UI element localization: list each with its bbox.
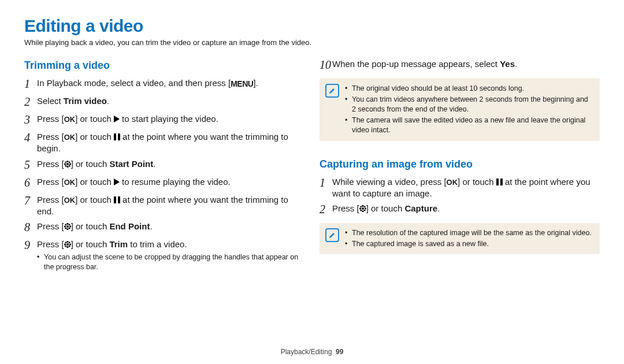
note-item: You can trim videos anywhere between 2 s… xyxy=(345,95,594,115)
step-text: While viewing a video, press [ xyxy=(332,177,447,187)
step-text: In Playback mode, select a video, and th… xyxy=(37,78,231,88)
step: While viewing a video, press [OK] or tou… xyxy=(320,176,600,200)
footer-page-number: 99 xyxy=(336,348,343,356)
capturing-steps: While viewing a video, press [OK] or tou… xyxy=(320,176,600,218)
trimming-heading: Trimming a video xyxy=(24,60,304,72)
page-title: Editing a video xyxy=(24,16,600,36)
ok-icon: OK xyxy=(447,178,458,187)
sub-item: You can adjust the scene to be cropped b… xyxy=(37,252,304,272)
step-bold: Trim video xyxy=(64,96,107,106)
step-text: Press [ xyxy=(37,114,64,124)
ok-icon: OK xyxy=(64,196,76,205)
step: Select Trim video. xyxy=(24,95,304,110)
trimming-steps-continued: When the pop-up message appears, select … xyxy=(320,58,600,73)
step: Press [OK] or touch at the point where y… xyxy=(24,194,304,218)
step-text: . xyxy=(437,203,440,213)
trimming-steps: In Playback mode, select a video, and th… xyxy=(24,77,304,274)
right-column: When the pop-up message appears, select … xyxy=(320,55,600,278)
step: Press [OK] or touch at the point where y… xyxy=(24,131,304,155)
pause-icon xyxy=(114,133,120,140)
step: Press [OK] or touch to start playing the… xyxy=(24,113,304,128)
capturing-heading: Capturing an image from video xyxy=(320,158,600,170)
step-bold: End Point xyxy=(109,221,150,231)
step: Press [OK] or touch to resume playing th… xyxy=(24,176,304,191)
pause-icon xyxy=(114,196,120,203)
step: Press [] or touch Capture. xyxy=(320,203,600,217)
footer-section: Playback/Editing xyxy=(281,348,332,356)
note-item: The captured image is saved as a new fil… xyxy=(345,239,594,250)
step-text: Press [ xyxy=(332,203,359,213)
step-text: ] or touch xyxy=(366,203,405,213)
step-text: Press [ xyxy=(37,221,64,231)
step-text: Press [ xyxy=(37,159,64,169)
ok-icon: OK xyxy=(64,115,76,124)
pencil-icon xyxy=(329,232,336,239)
page-intro: While playing back a video, you can trim… xyxy=(24,38,600,47)
note-icon xyxy=(325,84,339,98)
page-footer: Playback/Editing 99 xyxy=(0,348,624,356)
flower-icon xyxy=(64,241,71,248)
step-text: . xyxy=(153,159,155,169)
step: Press [] or touch End Point. xyxy=(24,221,304,235)
step-bold: Capture xyxy=(404,203,437,213)
pause-icon xyxy=(496,179,503,185)
step-text: to resume playing the video. xyxy=(120,177,231,187)
note-list: The original video should be at least 10… xyxy=(345,83,594,136)
ok-icon: OK xyxy=(64,133,76,142)
step: When the pop-up message appears, select … xyxy=(320,58,600,73)
columns: Trimming a video In Playback mode, selec… xyxy=(24,55,600,278)
step: In Playback mode, select a video, and th… xyxy=(24,77,304,92)
step-text: ] or touch xyxy=(71,239,110,249)
step-text: ] or touch xyxy=(71,159,110,169)
menu-icon: MENU xyxy=(231,79,253,88)
step-text: ] or touch xyxy=(75,195,114,205)
step-text: . xyxy=(515,59,517,69)
note-item: The resolution of the captured image wil… xyxy=(345,228,594,239)
step-text: to trim a video. xyxy=(128,239,187,249)
step-text: Press [ xyxy=(37,132,64,142)
step-text: ] or touch xyxy=(75,177,114,187)
step-text: When the pop-up message appears, select xyxy=(332,59,500,69)
note-icon xyxy=(325,228,339,242)
note-box: The original video should be at least 10… xyxy=(320,79,600,141)
step-text: ] or touch xyxy=(458,177,496,187)
step-bold: Yes xyxy=(500,59,515,69)
step-text: Press [ xyxy=(37,239,64,249)
page-content: Editing a video While playing back a vid… xyxy=(0,0,624,364)
step-text: to start playing the video. xyxy=(120,114,218,124)
flower-icon xyxy=(359,205,366,212)
step-text: ] or touch xyxy=(75,132,114,142)
step-text: ] or touch xyxy=(71,221,110,231)
step: Press [] or touch Trim to trim a video. … xyxy=(24,239,304,274)
step-text: Press [ xyxy=(37,177,64,187)
pencil-icon xyxy=(329,87,336,94)
left-column: Trimming a video In Playback mode, selec… xyxy=(24,55,304,278)
step-text: . xyxy=(150,221,152,231)
step-bold: Trim xyxy=(109,239,128,249)
step-text: ]. xyxy=(253,78,258,88)
note-box: The resolution of the captured image wil… xyxy=(320,223,600,254)
step: Press [] or touch Start Point. xyxy=(24,158,304,173)
step-bold: Start Point xyxy=(109,159,153,169)
flower-icon xyxy=(64,161,71,168)
step-text: Press [ xyxy=(37,195,64,205)
step-text: Select xyxy=(37,96,64,106)
step-sublist: You can adjust the scene to be cropped b… xyxy=(37,252,304,272)
play-icon xyxy=(114,179,120,185)
step-text: ] or touch xyxy=(75,114,114,124)
note-item: The original video should be at least 10… xyxy=(345,84,594,94)
ok-icon: OK xyxy=(64,178,76,187)
step-text: . xyxy=(107,96,109,106)
note-list: The resolution of the captured image wil… xyxy=(345,228,594,250)
flower-icon xyxy=(64,223,71,230)
note-item: The camera will save the edited video as… xyxy=(345,116,594,136)
play-icon xyxy=(114,116,120,122)
